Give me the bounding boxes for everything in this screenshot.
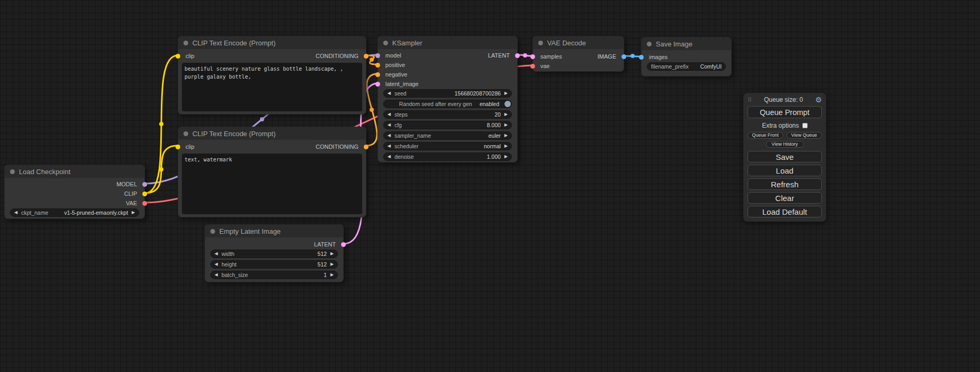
widget-value: enabled	[480, 101, 499, 107]
widget-filename-prefix[interactable]: filename_prefix ComfyUI	[647, 62, 726, 71]
link-image-midpoint-dot	[630, 54, 635, 58]
view-queue-button[interactable]: View Queue	[787, 132, 822, 139]
collapse-dot[interactable]	[10, 169, 15, 174]
collapse-dot[interactable]	[538, 41, 543, 45]
collapse-dot[interactable]	[183, 41, 188, 45]
input-slot-latent-image-dot[interactable]	[375, 82, 380, 87]
link-conditioning-negative-midpoint-dot	[370, 108, 374, 112]
collapse-dot[interactable]	[183, 131, 188, 136]
queue-front-button[interactable]: Queue Front	[748, 132, 783, 139]
widget-height[interactable]: ◀ height 512 ▶	[210, 260, 338, 269]
input-slot-clip-dot[interactable]	[176, 54, 180, 59]
input-slot-negative-dot[interactable]	[375, 72, 380, 77]
widget-random-seed-toggle[interactable]: Random seed after every gen enabled	[383, 100, 512, 108]
output-row-latent: LATENT	[205, 240, 343, 249]
node-load-checkpoint[interactable]: Load Checkpoint MODEL CLIP VAE ◀ ckpt_na…	[4, 165, 145, 219]
arrow-left-icon[interactable]: ◀	[387, 112, 391, 117]
widget-scheduler[interactable]: ◀ scheduler normal ▶	[383, 142, 512, 150]
widget-cfg[interactable]: ◀ cfg 8.000 ▶	[383, 121, 512, 129]
collapse-dot[interactable]	[210, 229, 215, 234]
input-label: negative	[385, 71, 407, 78]
widget-seed[interactable]: ◀ seed 156680208700286 ▶	[383, 89, 512, 98]
clear-button[interactable]: Clear	[748, 192, 822, 204]
arrow-right-icon[interactable]: ▶	[331, 252, 334, 256]
load-default-button[interactable]: Load Default	[748, 206, 822, 217]
output-slot-conditioning-dot[interactable]	[364, 54, 368, 59]
refresh-button[interactable]: Refresh	[748, 178, 822, 190]
input-slot-vae-dot[interactable]	[530, 64, 535, 69]
input-slot-images-dot[interactable]	[639, 55, 644, 60]
widget-label: batch_size	[221, 272, 248, 278]
node-title-bar: Empty Latent Image	[205, 225, 343, 237]
widget-value: 512	[317, 251, 327, 257]
input-label: clip	[186, 144, 195, 150]
output-slot-clip-dot[interactable]	[142, 192, 147, 196]
widget-sampler-name[interactable]: ◀ sampler_name euler ▶	[383, 131, 512, 140]
node-vae-decode[interactable]: VAE Decode IMAGE samples vae	[532, 36, 624, 72]
widget-label: height	[221, 261, 237, 268]
input-slot-clip-dot[interactable]	[176, 145, 180, 149]
output-slot-conditioning-dot[interactable]	[364, 145, 368, 149]
arrow-right-icon[interactable]: ▶	[504, 155, 508, 159]
arrow-right-icon[interactable]: ▶	[504, 123, 508, 127]
node-save-image[interactable]: Save Image images filename_prefix ComfyU…	[641, 37, 732, 77]
widget-value: 512	[317, 261, 327, 268]
arrow-right-icon[interactable]: ▶	[331, 262, 334, 266]
widget-steps[interactable]: ◀ steps 20 ▶	[383, 110, 512, 119]
drag-handle-icon[interactable]: ⠿	[748, 97, 752, 103]
arrow-left-icon[interactable]: ◀	[387, 133, 391, 138]
extra-options-checkbox[interactable]	[802, 123, 808, 128]
prompt-textarea[interactable]: text, watermark	[182, 154, 362, 214]
arrow-left-icon[interactable]: ◀	[387, 155, 391, 159]
input-slot-model-dot[interactable]	[375, 53, 380, 58]
node-title-bar: KSampler	[378, 36, 517, 49]
seed-toggle-knob[interactable]	[504, 101, 511, 107]
arrow-left-icon[interactable]: ◀	[215, 273, 218, 277]
input-row-negative: negative	[378, 70, 517, 79]
arrow-left-icon[interactable]: ◀	[387, 144, 391, 148]
queue-prompt-button[interactable]: Queue Prompt	[748, 106, 822, 118]
output-label: CONDITIONING	[316, 144, 358, 150]
link-clip-positive-midpoint-dot	[159, 122, 163, 126]
node-clip-text-encode-positive[interactable]: CLIP Text Encode (Prompt) clip CONDITION…	[178, 36, 366, 115]
collapse-dot[interactable]	[383, 41, 388, 45]
node-ksampler[interactable]: KSampler LATENT model positive negative …	[377, 36, 518, 163]
node-empty-latent-image[interactable]: Empty Latent Image LATENT ◀ width 512 ▶ …	[205, 224, 344, 282]
input-row-latent-image: latent_image	[378, 80, 517, 88]
arrow-right-icon[interactable]: ▶	[504, 91, 508, 96]
slot-list: samples vae	[533, 49, 624, 70]
arrow-left-icon[interactable]: ◀	[215, 252, 218, 256]
input-label: clip	[186, 53, 195, 59]
arrow-right-icon[interactable]: ▶	[331, 273, 334, 277]
widget-value: 1.000	[487, 154, 501, 160]
gear-icon[interactable]: ⚙	[815, 96, 822, 103]
input-row-model: model	[378, 51, 517, 60]
prompt-textarea[interactable]: beautiful scenery nature glass bottle la…	[182, 63, 362, 111]
output-slot-latent-dot[interactable]	[341, 242, 346, 247]
arrow-left-icon[interactable]: ◀	[14, 211, 17, 215]
widget-value: 8.000	[487, 122, 501, 128]
arrow-left-icon[interactable]: ◀	[215, 262, 218, 266]
arrow-left-icon[interactable]: ◀	[387, 91, 391, 96]
widget-denoise[interactable]: ◀ denoise 1.000 ▶	[383, 152, 512, 161]
arrow-right-icon[interactable]: ▶	[504, 112, 508, 117]
output-slot-model-dot[interactable]	[142, 182, 147, 187]
arrow-right-icon[interactable]: ▶	[132, 211, 135, 215]
widget-batch-size[interactable]: ◀ batch_size 1 ▶	[210, 271, 338, 279]
widget-ckpt-name[interactable]: ◀ ckpt_name v1-5-pruned-emaonly.ckpt ▶	[10, 208, 139, 217]
save-button[interactable]: Save	[748, 151, 822, 163]
input-slot-samples-dot[interactable]	[530, 54, 535, 59]
output-slot-vae-dot[interactable]	[142, 201, 147, 206]
input-slot-positive-dot[interactable]	[375, 63, 380, 68]
node-clip-text-encode-negative[interactable]: CLIP Text Encode (Prompt) clip CONDITION…	[178, 127, 366, 217]
widget-width[interactable]: ◀ width 512 ▶	[210, 250, 338, 258]
view-history-button[interactable]: View History	[766, 141, 804, 148]
node-title-bar: VAE Decode	[533, 36, 624, 49]
comfyui-app: { "colors": { "model": "#B39DDB", "clip"…	[0, 0, 980, 372]
arrow-right-icon[interactable]: ▶	[504, 144, 508, 148]
arrow-left-icon[interactable]: ◀	[387, 123, 391, 127]
load-button[interactable]: Load	[748, 165, 822, 176]
menu-header: ⠿ Queue size: 0 ⚙	[748, 96, 822, 104]
arrow-right-icon[interactable]: ▶	[504, 133, 508, 138]
collapse-dot[interactable]	[647, 42, 652, 46]
